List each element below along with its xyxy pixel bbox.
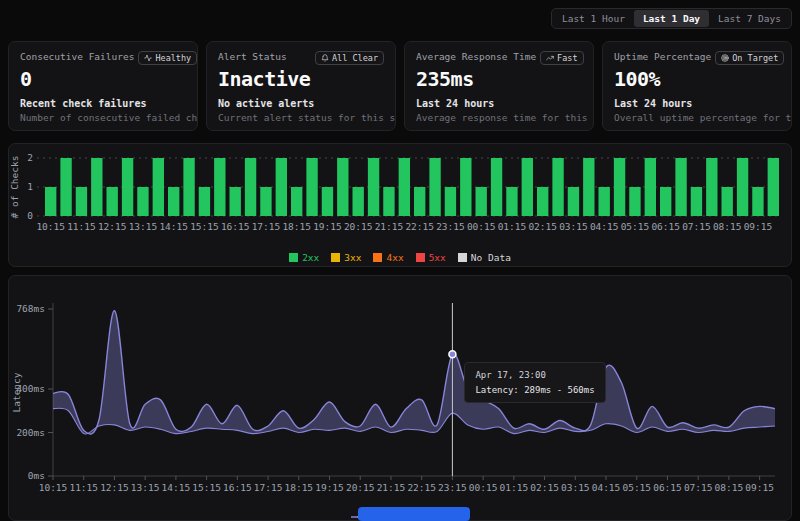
legend-item-2xx[interactable]: 2xx [289, 252, 319, 263]
time-range-button-1[interactable]: Last 1 Day [634, 10, 709, 27]
legend-label: 2xx [302, 252, 319, 263]
time-range-button-2[interactable]: Last 7 Days [709, 10, 790, 27]
bottom-partial-element[interactable] [358, 507, 470, 521]
svg-text:14:15: 14:15 [159, 221, 188, 232]
card-description: Current alert status for this site [218, 112, 384, 123]
svg-text:12:15: 12:15 [100, 482, 129, 493]
svg-text:20:15: 20:15 [346, 482, 375, 493]
svg-text:13:15: 13:15 [129, 221, 158, 232]
y-axis-labels: 012 [27, 152, 33, 221]
badge-label: On Target [732, 53, 778, 63]
svg-text:01:15: 01:15 [498, 221, 527, 232]
svg-text:12:15: 12:15 [98, 221, 127, 232]
svg-text:19:15: 19:15 [313, 221, 342, 232]
svg-text:0: 0 [27, 210, 33, 221]
y-axis-title: Latency [11, 372, 22, 412]
legend-item-5xx[interactable]: 5xx [416, 252, 446, 263]
svg-text:23:15: 23:15 [438, 482, 467, 493]
card-subtitle: Last 24 hours [416, 98, 582, 109]
axes [53, 303, 775, 476]
legend-item-no-data[interactable]: No Data [458, 252, 511, 263]
stat-card-alert-status: Alert Status All Clear Inactive No activ… [206, 41, 396, 131]
svg-text:21:15: 21:15 [375, 221, 404, 232]
card-title: Consecutive Failures [20, 51, 134, 62]
chart-tooltip: Apr 17, 23:00 Latency: 289ms - 560ms [464, 362, 605, 403]
svg-text:14:15: 14:15 [162, 482, 191, 493]
svg-text:19:15: 19:15 [315, 482, 344, 493]
svg-text:04:15: 04:15 [590, 221, 619, 232]
y-axis-title: # of Checks [9, 156, 20, 219]
svg-text:07:15: 07:15 [682, 221, 711, 232]
latency-area-chart[interactable]: 0ms200ms400ms768msLatency10:1511:1512:15… [9, 278, 791, 502]
activity-icon [144, 54, 152, 62]
svg-text:08:15: 08:15 [715, 482, 744, 493]
card-title: Alert Status [218, 51, 287, 62]
stat-card-consecutive-failures: Consecutive Failures Healthy 0 Recent ch… [8, 41, 198, 131]
checks-chart-panel: 012# of Checks10:1511:1512:1513:1514:151… [8, 143, 792, 267]
card-description: Number of consecutive failed checks [20, 112, 186, 123]
stat-cards-row: Consecutive Failures Healthy 0 Recent ch… [8, 41, 792, 131]
x-axis-labels: 10:1511:1512:1513:1514:1515:1516:1517:15… [39, 476, 774, 493]
legend-item-3xx[interactable]: 3xx [331, 252, 361, 263]
target-icon [721, 54, 729, 62]
svg-text:15:15: 15:15 [192, 482, 221, 493]
card-description: Overall uptime percentage for this site [614, 112, 780, 123]
svg-text:17:15: 17:15 [254, 482, 283, 493]
svg-text:768ms: 768ms [16, 303, 45, 314]
svg-text:0ms: 0ms [28, 470, 45, 481]
svg-text:10:15: 10:15 [36, 221, 65, 232]
badge-label: Fast [557, 53, 577, 63]
x-axis-labels: 10:1511:1512:1513:1514:1515:1516:1517:15… [36, 221, 772, 232]
svg-text:01:15: 01:15 [500, 482, 529, 493]
svg-text:22:15: 22:15 [407, 482, 436, 493]
svg-text:03:15: 03:15 [561, 482, 590, 493]
svg-text:02:15: 02:15 [528, 221, 557, 232]
checks-chart-legend: 2xx 3xx 4xx 5xx No Data [9, 248, 791, 266]
svg-text:08:15: 08:15 [713, 221, 742, 232]
active-dot [449, 351, 456, 358]
legend-swatch [289, 253, 298, 262]
badge-label: All Clear [332, 53, 378, 63]
svg-text:18:15: 18:15 [282, 221, 311, 232]
svg-text:09:15: 09:15 [744, 221, 773, 232]
status-badge-fast: Fast [540, 51, 583, 65]
badge-label: Healthy [155, 53, 191, 63]
card-subtitle: Recent check failures [20, 98, 186, 109]
svg-text:07:15: 07:15 [684, 482, 713, 493]
time-range-group: Last 1 Hour Last 1 Day Last 7 Days [551, 8, 792, 29]
svg-text:06:15: 06:15 [653, 482, 682, 493]
card-value: Inactive [218, 67, 384, 91]
svg-text:00:15: 00:15 [469, 482, 498, 493]
status-badge-all-clear: All Clear [315, 51, 384, 65]
svg-text:04:15: 04:15 [592, 482, 621, 493]
svg-text:13:15: 13:15 [131, 482, 160, 493]
svg-text:200ms: 200ms [16, 427, 45, 438]
card-title: Average Response Time [416, 51, 536, 62]
legend-item-4xx[interactable]: 4xx [373, 252, 403, 263]
tooltip-date: Apr 17, 23:00 [475, 370, 594, 380]
legend-swatch [458, 253, 467, 262]
svg-text:11:15: 11:15 [67, 221, 96, 232]
legend-swatch [373, 253, 382, 262]
svg-text:17:15: 17:15 [252, 221, 281, 232]
svg-text:09:15: 09:15 [745, 482, 774, 493]
svg-text:22:15: 22:15 [405, 221, 434, 232]
svg-text:16:15: 16:15 [221, 221, 250, 232]
card-description: Average response time for this site [416, 112, 582, 123]
checks-bar-chart[interactable]: 012# of Checks10:1511:1512:1513:1514:151… [9, 146, 791, 242]
card-subtitle: No active alerts [218, 98, 384, 109]
bars[interactable] [45, 158, 779, 216]
minmax-band [53, 311, 775, 434]
card-title: Uptime Percentage [614, 51, 711, 62]
svg-text:18:15: 18:15 [284, 482, 313, 493]
svg-text:02:15: 02:15 [530, 482, 559, 493]
card-value: 0 [20, 67, 186, 91]
svg-text:23:15: 23:15 [436, 221, 465, 232]
legend-label: 3xx [344, 252, 361, 263]
svg-text:21:15: 21:15 [377, 482, 406, 493]
svg-text:20:15: 20:15 [344, 221, 373, 232]
time-range-button-0[interactable]: Last 1 Hour [553, 10, 634, 27]
svg-text:2: 2 [27, 152, 33, 163]
legend-label: No Data [471, 252, 511, 263]
legend-label: 5xx [429, 252, 446, 263]
